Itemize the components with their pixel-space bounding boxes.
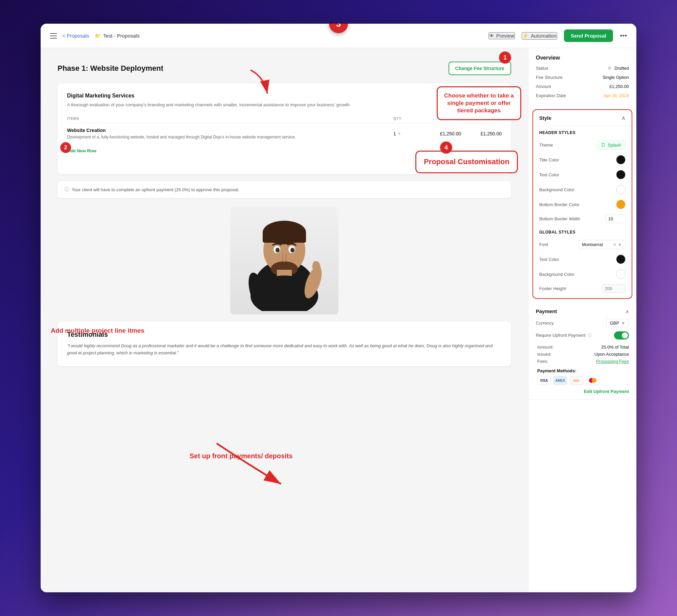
issued-row: Issued: Upon Acceptance [537,351,629,358]
fee-structure-row: Fee Structure Single Option [536,75,629,80]
amount-row: Amount £1,250.00 [536,84,629,89]
currency-select[interactable]: GBP ▼ [606,319,629,327]
header-bg-color-swatch[interactable] [616,185,626,194]
global-text-color-label: Text Color [539,257,559,262]
expiration-label: Expiration Date [536,93,566,98]
font-select[interactable]: Montserrat ✕ ▼ [578,240,626,249]
header-styles-label: Header Styles [533,126,632,138]
overview-title: Overview [536,55,629,61]
annotation-callout-4: Proposal Customisation [415,151,518,173]
footer-height-label: Footer Height [539,286,566,291]
status-value: Drafted [608,66,629,71]
payment-cards: VISA AMEX DISC [537,376,629,385]
automation-icon: ⚡ [522,33,529,39]
upfront-toggle[interactable] [614,331,629,339]
amex-card-icon: AMEX [553,376,567,385]
payment-methods-label: Payment Methods: [537,368,629,373]
add-row-link[interactable]: Add New Row [67,148,96,153]
breadcrumb: < Proposals 📁 Test - Proposals [62,33,139,39]
eye-icon: 👁 [489,33,494,39]
item-qty: 1 ▼ [393,123,420,144]
item-name: Website Creation [67,128,393,133]
upfront-payment-row: Require Upfront Payment ⓘ [536,331,629,339]
visa-card-icon: VISA [537,376,551,385]
preview-button[interactable]: 👁 Preview [488,32,515,39]
bottom-border-color-label: Bottom Border Color [539,202,580,207]
upfront-payment-label: Require Upfront Payment ⓘ [536,333,592,338]
footer-height-row: Footer Height [533,282,632,295]
footer-height-input[interactable] [602,284,626,293]
mastercard-icon [586,376,599,385]
amount-detail-value: 25.0% of Total [601,345,629,350]
items-table: ITEMS QTY PRICE TOTAL Website Creation D… [67,116,502,145]
text-color-row: Text Color [533,167,632,182]
discover-card-icon: DISC [570,376,583,385]
change-fee-button[interactable]: Change Fee Structure [449,62,511,75]
style-title: Style [539,115,551,121]
folder-icon: 📁 [95,33,101,39]
global-bg-color-row: Background Color [533,267,632,282]
font-label: Font [539,242,548,247]
send-proposal-button[interactable]: Send Proposal [564,29,613,42]
global-text-color-swatch[interactable] [616,255,626,264]
title-color-swatch[interactable] [616,155,626,164]
annotation-callout-1: Choose whether to take a single payment … [437,86,521,120]
person-image [230,206,338,314]
processing-fees-link[interactable]: Processing Fees [596,359,629,364]
hamburger-icon[interactable] [50,33,57,39]
edit-upfront-link[interactable]: Edit Upfront Payment [537,389,629,394]
theme-badge[interactable]: 🗒 Splash [597,140,626,150]
item-desc: Development of a, fully-functioning webs… [67,134,393,140]
annotation-badge-4: 4 [440,141,452,154]
header-text-color-swatch[interactable] [616,170,626,179]
phase-title: Phase 1: Website Deployment [58,64,163,73]
currency-label: Currency [536,321,554,326]
nav-left: < Proposals 📁 Test - Proposals [50,33,488,39]
expiration-row: Expiration Date Apr 19, 2024 [536,93,629,98]
bottom-border-color-swatch[interactable] [616,200,626,209]
title-color-row: Title Color [533,152,632,167]
font-row: Font Montserrat ✕ ▼ [533,237,632,252]
style-section: Style ∧ Header Styles Theme 🗒 Splash Tit… [532,109,632,299]
payment-header: Payment ∧ [536,308,629,314]
breadcrumb-folder: Test - Proposals [103,33,140,39]
collapse-icon[interactable]: ∧ [621,115,626,121]
status-label: Status [536,66,548,71]
annotation-badge-1: 1 [499,51,511,64]
table-row: Website Creation Development of a, fully… [67,123,502,144]
item-price: £1,250.00 [420,123,461,144]
splash-icon: 🗒 [601,142,606,148]
annotation-deposit-text: Set up front payments/ deposits [190,452,292,460]
status-row: Status Drafted [536,66,629,71]
issued-value: Upon Acceptance [594,352,629,357]
phase-header: Phase 1: Website Deployment 1 Change Fee… [58,62,511,75]
person-container [58,206,511,314]
amount-detail-row: Amount: 25.0% of Total [537,344,629,351]
title-color-label: Title Color [539,157,559,162]
payment-details: Amount: 25.0% of Total Issued: Upon Acce… [536,344,629,394]
expiration-value: Apr 19, 2024 [604,93,629,98]
overview-section: Overview Status Drafted Fee Structure Si… [528,48,636,109]
issued-label: Issued: [537,352,551,357]
svg-point-12 [276,248,280,252]
info-icon: ⓘ [64,186,69,193]
chevron-down-icon[interactable]: ▼ [618,242,622,247]
bottom-border-width-label: Bottom Border Width [539,216,580,221]
upfront-info-icon: ⓘ [588,333,592,338]
app-window: 3 < Proposals 📁 Test - Proposals 👁 Previ… [41,24,636,592]
global-text-color-row: Text Color [533,252,632,267]
global-bg-color-swatch[interactable] [616,269,626,279]
clear-font-icon[interactable]: ✕ [613,242,616,247]
payment-collapse-icon[interactable]: ∧ [626,309,629,314]
proposals-link[interactable]: < Proposals [62,33,89,39]
more-options-button[interactable]: ••• [620,32,627,40]
svg-point-13 [290,248,294,252]
fee-structure-value: Single Option [603,75,629,80]
style-header: Style ∧ [533,110,632,126]
automation-button[interactable]: ⚡ Automation [522,32,557,40]
bg-color-row: Background Color [533,182,632,197]
bottom-border-width-input[interactable] [605,215,626,223]
bottom-border-width-row: Bottom Border Width [533,212,632,226]
amount-label: Amount [536,84,551,89]
col-items: ITEMS [67,116,393,124]
